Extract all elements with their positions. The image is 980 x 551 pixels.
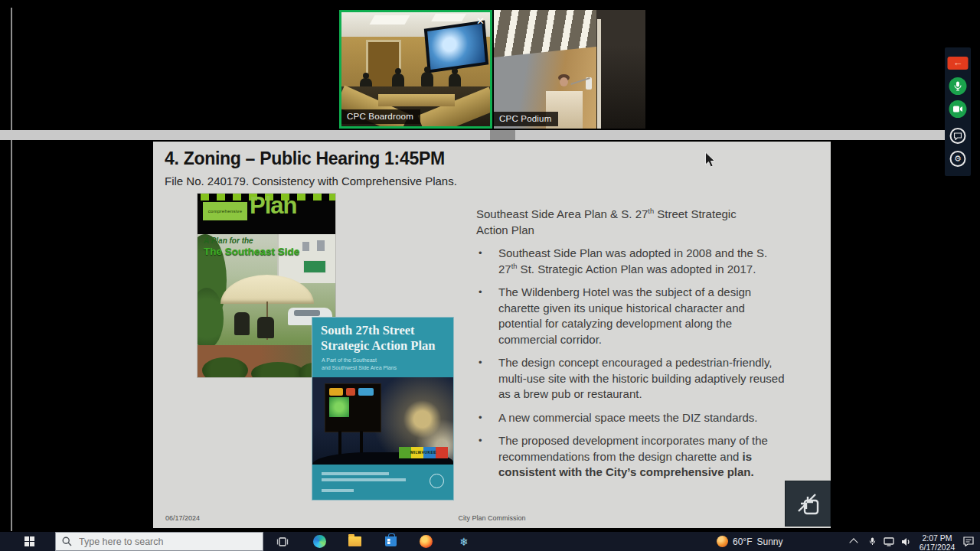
edge-icon <box>313 535 326 548</box>
slide-subtitle: File No. 240179. Consistency with Compre… <box>165 174 457 187</box>
gear-icon: ⚙ <box>954 154 962 164</box>
firefox-icon <box>420 535 433 548</box>
cover1-street-sign <box>303 260 326 273</box>
leave-call-button[interactable]: ← <box>948 57 969 70</box>
bullet-item: • The proposed development incorporates … <box>476 433 830 481</box>
podium-door-frame <box>597 19 601 129</box>
clock-time: 2:07 PM <box>922 533 952 543</box>
cover2-milwaukee-logo: MILWAUKEE <box>399 447 448 458</box>
cover1-figure <box>257 317 274 338</box>
bullet-item: • Southeast Side Plan was adopted in 200… <box>476 246 830 277</box>
camera-button[interactable] <box>949 100 967 118</box>
cover-strategic-action-plan: South 27th Street Strategic Action Plan … <box>312 318 453 500</box>
taskbar-item-snowflake-app[interactable]: ❄ <box>454 532 474 551</box>
video-thumbnail-podium[interactable]: CPC Podium <box>494 10 645 129</box>
weather-widget[interactable]: 60°F Sunny <box>717 532 801 551</box>
meeting-side-toolbar: ← ⚙ <box>945 47 971 176</box>
tray-display-icon <box>884 537 894 546</box>
bullet-item: • A new commercial space meets the DIZ s… <box>476 410 830 426</box>
chat-bubble-icon <box>954 132 962 140</box>
close-icon[interactable]: ✕ <box>476 16 485 26</box>
settings-button[interactable]: ⚙ <box>950 151 966 167</box>
cover2-footer-textline <box>322 472 389 475</box>
video-thumbnail-boardroom[interactable]: ✕ CPC Boardroom <box>339 10 492 129</box>
file-explorer-icon <box>348 536 361 546</box>
cover2-neon-letters <box>346 388 355 396</box>
boardroom-person <box>421 72 433 87</box>
scrollbar-thumb[interactable] <box>490 130 515 140</box>
bullet-glyph: • <box>476 410 498 426</box>
search-input[interactable] <box>77 536 241 548</box>
tray-display-button[interactable] <box>880 532 897 551</box>
shared-slide: 4. Zoning – Public Hearing 1:45PM File N… <box>153 142 831 528</box>
bullet-glyph: • <box>476 355 498 403</box>
cover2-footer-textline <box>322 489 354 492</box>
cover2-neon-letters <box>358 388 374 396</box>
mic-button[interactable] <box>949 77 967 95</box>
cover1-window <box>317 240 325 251</box>
cover1-window <box>302 242 309 251</box>
bullet-text: The design concept encouraged a pedestri… <box>498 355 785 403</box>
slide-body: Southeast Side Area Plan & S. 27th Stree… <box>476 207 830 488</box>
cover2-seal-logo <box>430 474 444 488</box>
cover2-footer <box>312 465 453 500</box>
cover2-subtitle-line2: and Southwest Side Area Plans <box>322 365 397 370</box>
clock-date: 6/17/2024 <box>920 543 956 551</box>
video-label: CPC Podium <box>494 112 558 126</box>
windows-icon <box>24 536 34 546</box>
cover1-shrub <box>202 357 248 377</box>
cover2-footer-textline <box>322 478 406 481</box>
task-view-icon <box>276 536 289 547</box>
boardroom-display <box>424 21 488 73</box>
back-arrow-icon: ← <box>953 57 963 68</box>
horizontal-scrollbar[interactable] <box>0 130 966 140</box>
tray-hidden-icons-button[interactable] <box>845 532 862 551</box>
video-label: CPC Boardroom <box>341 109 420 124</box>
cover1-tagline: A Plan for the <box>204 236 253 245</box>
podium-speaker-head <box>560 77 568 86</box>
cover2-title-line2: Strategic Action Plan <box>321 338 435 354</box>
bullet-text: The proposed development incorporates ma… <box>498 433 785 481</box>
snowflake-icon: ❄ <box>459 536 469 548</box>
cover2-neon-panel <box>329 397 349 417</box>
action-center-icon <box>963 536 974 546</box>
clock[interactable]: 2:07 PM 6/17/2024 <box>916 532 959 551</box>
bullet-text: The Wildenberg Hotel was the subject of … <box>498 285 785 347</box>
cover1-figure <box>234 312 250 335</box>
cover2-neon-letters <box>329 388 343 396</box>
screen: ✕ CPC Boardroom CPC Podium 4. Zoning – P… <box>0 0 980 551</box>
mouse-cursor <box>704 152 717 168</box>
podium-door <box>596 10 645 129</box>
taskbar-item-edge[interactable] <box>309 532 329 551</box>
bullet-text: Southeast Side Plan was adopted in 2008 … <box>498 246 785 277</box>
search-icon <box>62 536 72 546</box>
cover1-brand-big: Plan <box>250 192 296 220</box>
chevron-up-icon <box>849 538 858 546</box>
bullet-glyph: • <box>476 246 498 277</box>
camera-icon <box>953 106 963 112</box>
taskbar-search[interactable] <box>55 532 263 551</box>
exit-fullscreen-button[interactable] <box>785 481 831 527</box>
tray-mic-button[interactable] <box>864 532 880 551</box>
bullet-item: • The design concept encouraged a pedest… <box>476 355 830 403</box>
cover2-sign-leg <box>338 431 341 457</box>
tray-volume-button[interactable] <box>897 532 914 551</box>
cover1-brand-small: comprehensive <box>203 202 247 220</box>
slide-footer-title: City Plan Commission <box>153 514 831 522</box>
taskbar-item-file-explorer[interactable] <box>345 532 364 551</box>
bullet-text: A new commercial space meets the DIZ sta… <box>498 410 785 426</box>
cover1-area-title: The Southeast Side <box>204 246 299 257</box>
taskbar: ❄ 60°F Sunny 2:07 PM <box>0 532 980 551</box>
start-button[interactable] <box>14 532 44 551</box>
task-view-button[interactable] <box>273 532 292 551</box>
bullet-glyph: • <box>476 285 498 347</box>
action-center-button[interactable] <box>960 532 977 551</box>
chat-button[interactable] <box>950 128 966 144</box>
cover2-subtitle-line1: A Part of the Southeast <box>322 357 377 363</box>
store-icon <box>385 536 397 546</box>
taskbar-item-firefox[interactable] <box>416 532 436 551</box>
cover2-header: South 27th Street Strategic Action Plan … <box>312 318 453 377</box>
taskbar-item-store[interactable] <box>381 532 400 551</box>
mic-icon <box>954 81 962 91</box>
collapse-arrows-icon <box>795 491 822 518</box>
